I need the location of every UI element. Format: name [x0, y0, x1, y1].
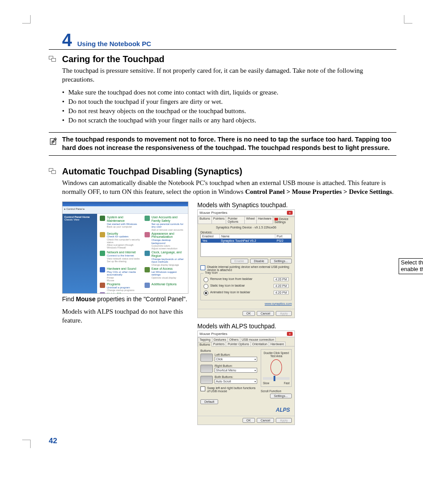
figure-control-panel: ▸ Control Panel ▸ Control Panel Home Cla… — [62, 201, 188, 294]
cp-category: User Accounts and Family SafetySet up pa… — [145, 216, 186, 231]
section-heading-auto: Automatic Touchpad Disabling (Synaptics) — [62, 166, 396, 177]
tab: USB mouse connection — [240, 337, 276, 342]
radio-label: Remove tray icon from taskbar — [210, 277, 272, 280]
category-heading: Network and Internet — [107, 251, 140, 254]
disable-button: Disable — [250, 259, 268, 264]
cp-breadcrumb: ▸ Control Panel ▸ — [63, 206, 188, 214]
col-header: Enabled — [201, 234, 220, 238]
figure-synaptics-dialog: Mouse Properties × Buttons Pointers Poin… — [197, 209, 295, 318]
radio — [204, 277, 208, 282]
tab: Orientation — [251, 342, 269, 346]
category-sublink: Change startup programs — [107, 289, 134, 291]
category-link: Play CDs or other media automatically — [107, 271, 141, 276]
tab-bar: Buttons Pointers Pointer Options Wheel H… — [198, 216, 294, 224]
text: . — [392, 188, 394, 195]
col-header: Name — [220, 234, 275, 238]
cp-category: Appearance and PersonalizationChange des… — [145, 232, 186, 250]
chapter-title: Using the Notebook PC — [77, 40, 151, 49]
devices-table: Enabled Name Port Yes Synaptics TouchPad… — [200, 234, 292, 257]
tab: Pointers — [212, 216, 227, 224]
scroll-label: Scroll Function — [261, 390, 292, 393]
cp-category: Clock, Language, and RegionChange keyboa… — [145, 251, 186, 266]
category-link: Get started with Windows — [107, 223, 141, 226]
dialog-title: Mouse Properties — [200, 332, 227, 336]
category-heading: Mobile PC — [107, 292, 141, 294]
list-item: Do not touch the touchpad if your finger… — [62, 97, 396, 106]
category-heading: Additional Options — [152, 283, 177, 286]
time-sample: 4:20 PM — [274, 291, 289, 295]
tab-bar-row2: Buttons Pointers Pointer Options Orienta… — [198, 342, 294, 346]
radio — [204, 284, 208, 289]
category-heading: Appearance and Personalization — [152, 232, 186, 239]
cp-category: Hardware and SoundPlay CDs or other medi… — [100, 267, 141, 282]
note-pencil-icon — [49, 137, 58, 146]
tab: Hardware — [269, 342, 286, 346]
default-button: Default — [200, 399, 218, 404]
alps-logo: ALPS — [202, 407, 290, 413]
category-link: Change keyboards or other input methods — [152, 258, 186, 264]
menu-path: Control Panel > Mouse Properties > Devic… — [245, 188, 392, 195]
cp-categories: System and MaintenanceGet started with W… — [97, 214, 188, 294]
apply-button: Apply — [276, 311, 292, 316]
category-sublink: Change display language — [152, 264, 186, 266]
tab: Pointer Options — [226, 342, 251, 346]
registration-icon — [49, 168, 56, 174]
text: properties in the "Control Panel". — [95, 295, 187, 303]
devices-label: Devices: — [200, 231, 292, 234]
callout-box: Select this option to enable this featur… — [399, 258, 423, 274]
tab-active: Device Settings — [273, 217, 295, 224]
category-sublink: Mouse — [107, 279, 141, 282]
col-header: Port — [275, 234, 291, 238]
tab: Buttons — [198, 216, 212, 224]
swap-checkbox — [200, 386, 205, 391]
tab: Gestures — [212, 337, 228, 342]
cp-category: Additional Options — [145, 283, 186, 291]
field-label: Right Button: — [215, 364, 257, 367]
touchpad-icon — [200, 376, 213, 384]
category-link: Connect to the Internet — [107, 254, 140, 257]
category-sublink: Back up your computer — [107, 225, 141, 228]
test-oval-icon — [270, 359, 282, 375]
list-item: Make sure the touchpad does not come int… — [62, 88, 396, 97]
cell: Yes — [201, 239, 219, 243]
tab: Wheel — [244, 216, 257, 224]
category-sublink: Check this computer's security status — [107, 238, 141, 244]
tab-bar: Tapping Gestures Others USB mouse connec… — [198, 337, 294, 342]
apply-button: Apply — [276, 418, 292, 423]
category-link: Let Windows suggest settings — [152, 271, 186, 276]
cp-category: SecurityCheck for updatesCheck this comp… — [100, 232, 141, 250]
cp-sidebar: Control Panel Home Classic View — [63, 214, 97, 294]
ok-button: OK — [243, 418, 255, 423]
speed-slider — [263, 377, 290, 380]
cp-category: Mobile PCChange battery settingsAdjust c… — [100, 292, 141, 294]
category-heading: Programs — [107, 283, 134, 286]
cancel-button: Cancel — [257, 311, 274, 316]
section-intro: The touchpad is pressure sensitive. If n… — [62, 66, 396, 84]
radio-label: Animated tray icon in taskbar — [210, 291, 272, 294]
tab: Hardware — [256, 216, 273, 224]
cell: Synaptics TouchPad V6.2 — [219, 239, 275, 243]
scroll-settings-button: Settings... — [270, 394, 292, 398]
tab: Pointers — [212, 342, 227, 346]
chapter-number: 4 — [62, 31, 72, 49]
category-heading: Ease of Access — [152, 267, 186, 271]
category-icon — [145, 283, 150, 288]
slider-min: Slow — [263, 382, 269, 385]
dropdown: Click — [215, 357, 257, 362]
time-sample: 4:20 PM — [274, 284, 289, 288]
settings-button: Settings... — [270, 259, 292, 264]
category-icon — [100, 283, 105, 288]
list-item: Do not rest heavy objects on the touchpa… — [62, 106, 396, 116]
section-heading-caring: Caring for the Touchpad — [62, 54, 396, 64]
checkbox-label: Disable internal pointing device when ex… — [207, 265, 292, 272]
area-sub: Test Area — [263, 354, 290, 358]
disable-checkbox-highlighted — [200, 265, 205, 270]
category-sublink: Allow a program through Windows Firewall — [107, 244, 141, 249]
page-number: 42 — [49, 437, 396, 445]
cell: PS/2 — [275, 239, 291, 243]
category-icon — [100, 267, 105, 272]
close-icon: × — [287, 332, 293, 336]
category-icon — [145, 232, 150, 237]
category-sublink: Optimize visual display — [152, 276, 186, 279]
radio-label: Static tray icon in taskbar — [210, 284, 272, 287]
